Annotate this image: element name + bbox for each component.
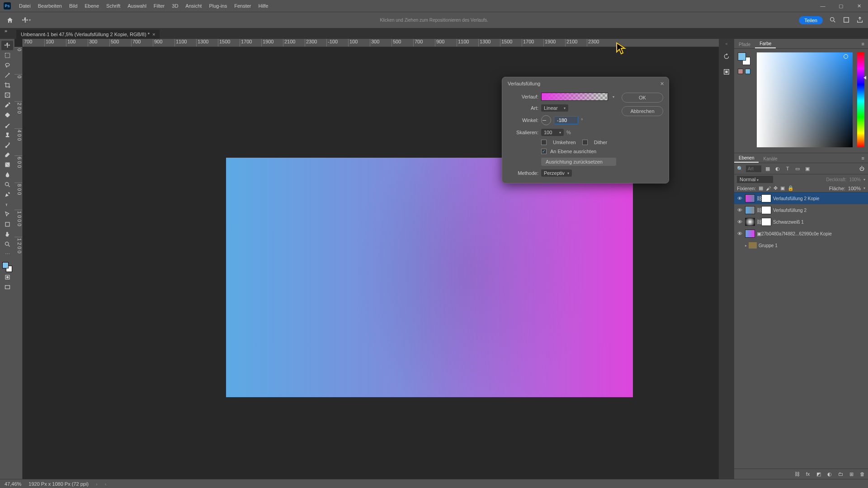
layer-mask[interactable] — [761, 218, 771, 226]
layer-name[interactable]: 27b0480a7f4882...62990c0e Kopie — [761, 231, 832, 236]
menu-window[interactable]: Fenster — [231, 3, 255, 9]
foreground-background-color[interactable] — [2, 262, 12, 272]
tab-pfade[interactable]: Pfade — [734, 41, 755, 48]
stamp-tool[interactable] — [1, 130, 13, 140]
layer-thumb[interactable] — [745, 230, 755, 238]
delete-layer-icon[interactable]: 🗑 — [859, 471, 865, 477]
lasso-tool[interactable] — [1, 61, 13, 70]
quickmask-tool[interactable] — [1, 272, 13, 282]
layer-row[interactable]: 👁 ⛓ Verlaufsfüllung 2 Kopie — [734, 192, 868, 204]
blur-tool[interactable] — [1, 170, 13, 179]
link-layers-icon[interactable]: ⛓ — [794, 471, 800, 477]
panel-menu-icon[interactable]: ≡ — [858, 39, 868, 48]
opacity-value[interactable]: 100% — [849, 177, 861, 182]
layer-filter-input[interactable] — [746, 165, 761, 172]
document-image[interactable] — [226, 158, 633, 397]
more-tools[interactable]: ⋯ — [1, 249, 13, 259]
filter-toggle[interactable]: ⏻ — [858, 165, 865, 172]
layer-mask[interactable] — [761, 194, 771, 202]
menu-filter[interactable]: Filter — [150, 3, 168, 9]
menu-type[interactable]: Schrift — [103, 3, 124, 9]
marquee-tool[interactable] — [1, 51, 13, 60]
link-icon[interactable]: ⛓ — [757, 196, 760, 201]
layers-panel-menu-icon[interactable]: ≡ — [858, 154, 868, 163]
hue-strip[interactable] — [857, 52, 864, 147]
visibility-icon[interactable]: 👁 — [736, 230, 743, 237]
tab-kanaele[interactable]: Kanäle — [759, 155, 782, 163]
cancel-button[interactable]: Abbrechen — [622, 106, 663, 116]
frame-tool[interactable] — [1, 90, 13, 100]
move-tool-icon[interactable]: ▾ — [21, 15, 32, 26]
filter-shape-icon[interactable]: ▭ — [794, 165, 801, 172]
layer-thumb[interactable] — [745, 194, 755, 202]
wand-tool[interactable] — [1, 70, 13, 80]
group-icon[interactable]: 🗀 — [837, 471, 844, 477]
menu-layer[interactable]: Ebene — [81, 3, 103, 9]
window-minimize[interactable]: — — [814, 0, 832, 12]
lock-pos-icon[interactable]: ✥ — [774, 185, 778, 191]
color-panel-fgbg[interactable] — [738, 52, 750, 65]
brush-tool[interactable] — [1, 120, 13, 130]
lock-paint-icon[interactable]: 🖌 — [766, 186, 771, 191]
dodge-tool[interactable] — [1, 180, 13, 189]
lock-trans-icon[interactable]: ▦ — [759, 185, 763, 191]
hand-tool[interactable] — [1, 230, 13, 239]
ok-button[interactable]: OK — [622, 93, 663, 103]
document-tab[interactable]: Unbenannt-1 bei 47,5% (Verlaufsfüllung 2… — [16, 30, 160, 39]
menu-help[interactable]: Hilfe — [255, 3, 272, 9]
status-arrow-icon[interactable]: › — [96, 481, 98, 487]
close-tab-icon[interactable]: × — [152, 32, 155, 37]
filter-smart-icon[interactable]: ▣ — [804, 165, 811, 172]
eyedropper-tool[interactable] — [1, 100, 13, 110]
gradient-tool[interactable] — [1, 160, 13, 169]
menu-edit[interactable]: Bearbeiten — [34, 3, 66, 9]
history-panel-icon[interactable] — [722, 52, 731, 61]
fill-value[interactable]: 100% — [848, 186, 861, 191]
reset-alignment-button[interactable]: Ausrichtung zurücksetzen — [541, 158, 616, 166]
panel-toggle-icon[interactable]: » — [5, 28, 7, 33]
reverse-checkbox[interactable] — [541, 140, 547, 145]
layer-row[interactable]: 👁 ▣ 27b0480a7f4882...62990c0e Kopie — [734, 228, 868, 239]
layer-row[interactable]: 👁 ⛓ Schwarzweiß 1 — [734, 216, 868, 228]
layer-name[interactable]: Gruppe 1 — [759, 243, 778, 248]
menu-file[interactable]: Datei — [15, 3, 34, 9]
zoom-level[interactable]: 47,46% — [5, 481, 21, 487]
move-tool[interactable] — [1, 41, 13, 50]
search-icon[interactable] — [829, 16, 836, 24]
visibility-icon[interactable]: 👁 — [736, 218, 743, 225]
doc-info[interactable]: 1920 Px x 1080 Px (72 ppi) — [28, 481, 89, 487]
zoom-tool[interactable] — [1, 239, 13, 249]
history-brush-tool[interactable] — [1, 140, 13, 150]
properties-panel-icon[interactable] — [722, 67, 731, 77]
blend-mode-select[interactable]: Normal ▾ — [737, 176, 773, 183]
menu-select[interactable]: Auswahl — [124, 3, 150, 9]
gradient-preview[interactable] — [541, 93, 608, 101]
link-icon[interactable]: ⛓ — [757, 207, 760, 213]
foreground-swatch[interactable] — [2, 262, 9, 268]
layer-thumb[interactable] — [745, 218, 755, 226]
hue-thumb[interactable] — [863, 76, 866, 80]
layer-mask[interactable] — [761, 206, 771, 214]
tab-ebenen[interactable]: Ebenen — [734, 154, 759, 163]
expand-strip-icon[interactable]: « — [725, 42, 727, 46]
link-icon[interactable]: ⛓ — [757, 219, 760, 225]
layer-row[interactable]: 👁 ⛓ Verlaufsfüllung 2 — [734, 204, 868, 216]
visibility-icon[interactable]: 👁 — [736, 195, 743, 202]
scale-input[interactable]: 100▾ — [541, 129, 564, 136]
filter-type-icon[interactable]: T — [784, 165, 791, 172]
share-button[interactable]: Teilen — [799, 16, 823, 24]
lock-all-icon[interactable]: 🔒 — [788, 185, 794, 191]
eraser-tool[interactable] — [1, 150, 13, 160]
new-layer-icon[interactable]: ⊞ — [848, 471, 854, 477]
folder-expand-icon[interactable]: ▸ — [745, 244, 747, 248]
chevron-down-icon[interactable]: ▾ — [863, 178, 865, 182]
menu-image[interactable]: Bild — [66, 3, 81, 9]
crop-tool[interactable] — [1, 80, 13, 90]
window-close[interactable]: ✕ — [850, 0, 868, 12]
tab-farbe[interactable]: Farbe — [755, 40, 776, 48]
export-icon[interactable] — [856, 16, 863, 24]
dialog-close-icon[interactable]: ✕ — [660, 81, 664, 87]
fg-color-swatch[interactable] — [738, 52, 746, 61]
mask-icon[interactable]: ◩ — [816, 471, 822, 477]
layer-row[interactable]: 👁 ▸ Gruppe 1 — [734, 239, 868, 251]
